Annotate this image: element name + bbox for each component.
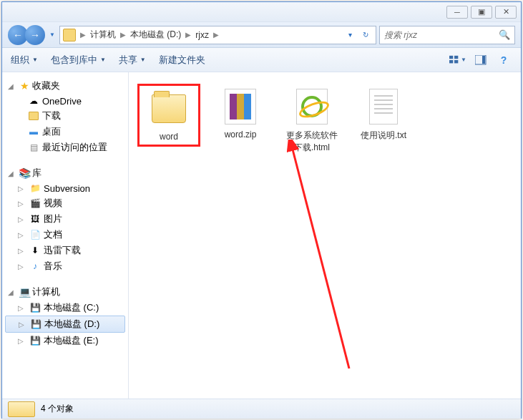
statusbar: 4 个对象 [2, 399, 521, 419]
chevron-down-icon: ▼ [461, 57, 466, 63]
chevron-down-icon: ▼ [100, 57, 106, 63]
share-menu[interactable]: 共享 ▼ [119, 54, 146, 67]
libraries-header[interactable]: ◢ 📚 库 [5, 165, 125, 181]
pictures-icon: 🖼 [29, 213, 41, 225]
desktop-icon: ▬ [28, 126, 39, 137]
expand-icon: ▷ [19, 321, 27, 328]
favorites-header[interactable]: ◢ ★ 收藏夹 [5, 78, 125, 94]
expand-icon: ▷ [18, 337, 26, 345]
file-name: 更多系统软件下载.html [283, 130, 341, 154]
sidebar-item-recent[interactable]: ▤ 最近访问的位置 [5, 140, 125, 155]
chevron-down-icon: ▼ [140, 57, 146, 63]
file-list[interactable]: word word.zip 更多系统软件下载.html 使用说明.txt [129, 72, 521, 399]
music-icon: ♪ [29, 260, 41, 272]
sidebar-item-drive-e[interactable]: ▷ 💾 本地磁盘 (E:) [5, 333, 125, 348]
expand-icon: ▷ [18, 263, 26, 270]
sidebar-item-thunder[interactable]: ▷ ⬇ 迅雷下载 [5, 243, 125, 258]
chevron-right-icon[interactable]: ▶ [79, 31, 87, 39]
star-icon: ★ [18, 79, 31, 92]
organize-menu[interactable]: 组织 ▼ [11, 54, 38, 67]
drive-icon: 💾 [30, 318, 41, 330]
titlebar: ─ ▣ ✕ [2, 2, 521, 22]
txt-icon [369, 89, 398, 124]
include-menu[interactable]: 包含到库中 ▼ [51, 54, 106, 67]
sidebar-item-downloads[interactable]: 下载 [5, 108, 125, 124]
collapse-icon: ◢ [8, 82, 16, 90]
sidebar-item-music[interactable]: ▷ ♪ 音乐 [5, 258, 125, 274]
nav-history-dropdown[interactable]: ▼ [48, 25, 57, 45]
drive-icon: 💾 [29, 302, 41, 313]
expand-icon: ▷ [18, 304, 26, 312]
folder-icon [63, 29, 76, 41]
expand-icon: ▷ [18, 185, 26, 192]
folder-icon [152, 94, 186, 123]
sidebar-item-drive-c[interactable]: ▷ 💾 本地磁盘 (C:) [5, 300, 125, 316]
view-options-button[interactable]: ▼ [449, 53, 466, 67]
file-item-html[interactable]: 更多系统软件下载.html [280, 84, 343, 157]
chevron-right-icon[interactable]: ▶ [119, 31, 127, 39]
search-icon[interactable]: 🔍 [499, 29, 510, 40]
svg-rect-5 [482, 56, 485, 64]
sidebar-item-documents[interactable]: ▷ 📄 文档 [5, 227, 125, 243]
sidebar-item-pictures[interactable]: ▷ 🖼 图片 [5, 211, 125, 227]
preview-pane-button[interactable] [472, 53, 489, 67]
computer-header[interactable]: ◢ 💻 计算机 [5, 284, 125, 300]
sidebar-item-subversion[interactable]: ▷ 📁 Subversion [5, 181, 125, 195]
chevron-right-icon[interactable]: ▶ [184, 31, 192, 39]
forward-button[interactable]: → [25, 25, 45, 45]
svn-icon: 📁 [29, 182, 41, 194]
recent-icon: ▤ [28, 142, 39, 153]
nav-buttons: ← → [8, 25, 45, 45]
search-input[interactable] [384, 30, 499, 40]
explorer-window: ─ ▣ ✕ ← → ▼ ▶ 计算机 ▶ 本地磁盘 (D:) ▶ rjxz ▶ ▾… [1, 1, 522, 419]
documents-icon: 📄 [29, 229, 41, 240]
file-item-word-zip[interactable]: word.zip [209, 84, 272, 142]
file-name: 使用说明.txt [361, 130, 406, 142]
newfolder-button[interactable]: 新建文件夹 [159, 54, 205, 67]
expand-icon: ▷ [18, 247, 26, 255]
expand-icon: ▷ [18, 231, 26, 239]
drive-icon: 💾 [29, 335, 41, 346]
computer-icon: 💻 [18, 285, 31, 298]
navigation-pane: ◢ ★ 收藏夹 ☁ OneDrive 下载 ▬ 桌面 ▤ [2, 72, 129, 399]
svg-line-7 [292, 147, 349, 368]
sidebar-label: 收藏夹 [32, 79, 60, 92]
breadcrumb-segment[interactable]: 计算机 [87, 29, 119, 41]
refresh-button[interactable]: ↻ [358, 29, 373, 41]
folder-icon [8, 401, 35, 417]
collapse-icon: ◢ [8, 288, 16, 296]
address-bar[interactable]: ▶ 计算机 ▶ 本地磁盘 (D:) ▶ rjxz ▶ ▾ ↻ [59, 26, 376, 44]
minimize-button[interactable]: ─ [446, 6, 468, 19]
sidebar-item-desktop[interactable]: ▬ 桌面 [5, 124, 125, 140]
download-icon [28, 110, 39, 122]
zip-icon [225, 89, 256, 124]
expand-icon: ▷ [18, 215, 26, 223]
dropdown-icon[interactable]: ▾ [343, 29, 357, 41]
svg-rect-1 [454, 55, 458, 58]
file-item-txt[interactable]: 使用说明.txt [352, 84, 415, 145]
sidebar-item-drive-d[interactable]: ▷ 💾 本地磁盘 (D:) [5, 316, 125, 333]
file-item-word-folder[interactable]: word [137, 84, 200, 147]
expand-icon: ▷ [18, 200, 26, 207]
sidebar-label: 计算机 [32, 285, 60, 298]
svg-rect-3 [454, 60, 458, 63]
library-icon: 📚 [18, 167, 31, 180]
content-area: ◢ ★ 收藏夹 ☁ OneDrive 下载 ▬ 桌面 ▤ [2, 72, 521, 399]
video-icon: 🎬 [29, 197, 41, 209]
breadcrumb-segment[interactable]: 本地磁盘 (D:) [127, 29, 184, 41]
search-box[interactable]: 🔍 [379, 26, 515, 44]
close-button[interactable]: ✕ [495, 6, 517, 19]
svg-rect-2 [449, 60, 453, 63]
breadcrumb-segment[interactable]: rjxz [192, 30, 212, 40]
maximize-button[interactable]: ▣ [471, 6, 492, 19]
sidebar-item-onedrive[interactable]: ☁ OneDrive [5, 94, 125, 108]
annotation-arrow [249, 140, 363, 383]
html-icon [296, 89, 328, 124]
sidebar-label: 库 [32, 167, 41, 180]
toolbar: 组织 ▼ 包含到库中 ▼ 共享 ▼ 新建文件夹 ▼ ? [2, 48, 521, 72]
cloud-icon: ☁ [28, 95, 39, 107]
help-button[interactable]: ? [495, 53, 512, 67]
chevron-right-icon[interactable]: ▶ [212, 31, 220, 39]
sidebar-item-video[interactable]: ▷ 🎬 视频 [5, 195, 125, 211]
collapse-icon: ◢ [8, 170, 16, 177]
